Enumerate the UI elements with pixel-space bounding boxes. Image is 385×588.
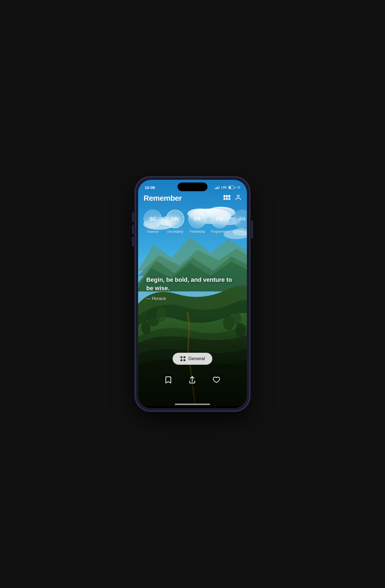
category-abbr-uncertainty: UN xyxy=(172,216,179,222)
signal-bar-3 xyxy=(218,187,218,189)
svg-rect-23 xyxy=(181,356,182,358)
svg-rect-19 xyxy=(223,198,225,200)
quote-author: — Horace xyxy=(146,296,239,301)
battery-fill xyxy=(229,187,231,188)
category-abbr-friendship: FR xyxy=(194,216,201,222)
category-label-friendship: Friendship xyxy=(190,230,205,234)
category-label-science: Science xyxy=(147,230,159,234)
battery-body xyxy=(228,186,234,189)
phone-device: 10:06 LTE 32 Remember xyxy=(135,177,250,411)
svg-rect-17 xyxy=(226,195,228,197)
dynamic-island xyxy=(178,182,207,191)
category-circle-uncertainty: UN xyxy=(166,210,184,228)
svg-rect-24 xyxy=(184,356,185,358)
status-time: 10:06 xyxy=(145,185,155,190)
svg-point-22 xyxy=(237,195,239,197)
category-circle-science: SC xyxy=(144,210,162,228)
signal-bar-2 xyxy=(216,187,217,189)
like-button[interactable] xyxy=(212,376,221,386)
signal-bars-icon xyxy=(215,186,220,189)
app-title: Remember xyxy=(144,194,182,203)
battery-tip xyxy=(235,187,235,188)
category-abbr-anxiety: AN xyxy=(238,216,246,222)
svg-rect-16 xyxy=(223,195,225,197)
bookmark-button[interactable] xyxy=(164,376,172,386)
category-button[interactable]: General xyxy=(173,353,212,365)
category-circle-friendship: FR xyxy=(188,210,207,228)
quote-area: Begin, be bold, and venture to be wise. … xyxy=(138,276,247,301)
svg-point-11 xyxy=(156,308,167,322)
svg-rect-25 xyxy=(181,359,182,361)
svg-rect-18 xyxy=(228,195,230,197)
category-label-uncertainty: Uncertainty xyxy=(167,230,184,234)
svg-point-14 xyxy=(141,321,150,334)
category-abbr-science: SC xyxy=(149,216,156,222)
category-circle-forgiveness: FO xyxy=(210,210,229,228)
category-uncertainty[interactable]: UN Uncertainty xyxy=(166,210,184,234)
categories-row: SC Science UN Uncertainty FR Friendship … xyxy=(138,210,247,234)
action-bar xyxy=(138,376,247,386)
status-icons: LTE 32 xyxy=(215,186,240,189)
header-icons xyxy=(223,194,241,202)
signal-bar-4 xyxy=(219,186,220,189)
svg-rect-26 xyxy=(184,359,185,361)
battery-icon xyxy=(228,186,235,189)
svg-point-15 xyxy=(235,323,246,338)
category-friendship[interactable]: FR Friendship xyxy=(188,210,207,234)
category-anxiety[interactable]: AN Anx… xyxy=(233,210,247,234)
category-abbr-forgiveness: FO xyxy=(216,216,223,222)
quote-text: Begin, be bold, and venture to be wise. xyxy=(146,276,239,293)
lte-badge: LTE xyxy=(221,186,227,189)
svg-rect-21 xyxy=(228,198,230,200)
svg-rect-20 xyxy=(226,198,228,200)
category-label-anxiety: Anx… xyxy=(238,230,247,234)
app-header: Remember xyxy=(138,192,247,203)
battery-level: 32 xyxy=(237,186,240,189)
profile-icon[interactable] xyxy=(235,194,241,202)
gallery-icon[interactable] xyxy=(223,194,231,202)
category-circle-anxiety: AN xyxy=(233,210,247,228)
signal-bar-1 xyxy=(215,188,216,189)
grid-icon xyxy=(180,356,186,361)
category-label-forgiveness: Forgiveness xyxy=(211,230,228,234)
share-button[interactable] xyxy=(188,376,196,386)
category-btn-label: General xyxy=(188,356,205,361)
category-forgiveness[interactable]: FO Forgiveness xyxy=(210,210,229,234)
home-indicator xyxy=(175,404,210,405)
category-science[interactable]: SC Science xyxy=(144,210,162,234)
phone-screen: 10:06 LTE 32 Remember xyxy=(138,180,247,408)
